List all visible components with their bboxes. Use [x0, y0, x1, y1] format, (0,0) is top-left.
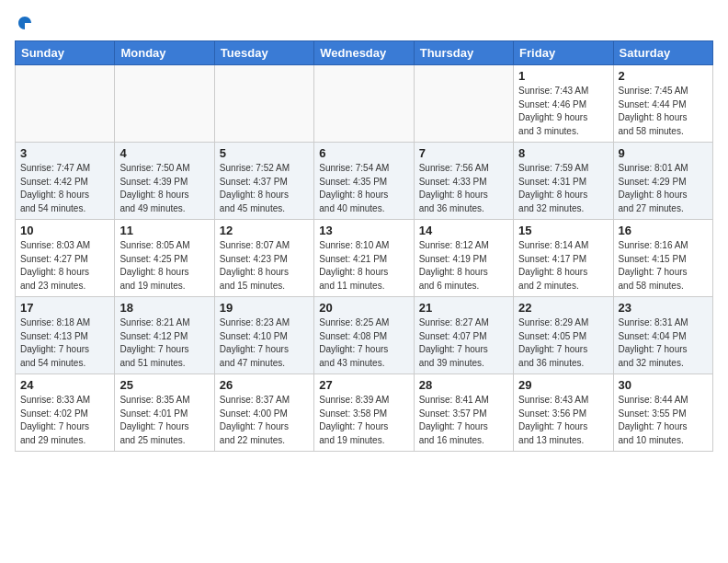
day-number: 15 [518, 224, 608, 237]
day-info: Sunrise: 7:54 AM Sunset: 4:35 PM Dayligh… [319, 162, 408, 215]
day-info: Sunrise: 8:10 AM Sunset: 4:21 PM Dayligh… [319, 239, 408, 293]
day-number: 19 [220, 301, 309, 315]
day-number: 21 [419, 301, 508, 315]
day-info: Sunrise: 7:59 AM Sunset: 4:31 PM Dayligh… [518, 162, 608, 215]
table-row: 2Sunrise: 7:45 AM Sunset: 4:44 PM Daylig… [613, 65, 712, 143]
table-row: 12Sunrise: 8:07 AM Sunset: 4:23 PM Dayli… [214, 220, 313, 297]
table-row: 21Sunrise: 8:27 AM Sunset: 4:07 PM Dayli… [414, 297, 513, 374]
table-row: 15Sunrise: 8:14 AM Sunset: 4:17 PM Dayli… [514, 220, 613, 297]
day-info: Sunrise: 8:35 AM Sunset: 4:01 PM Dayligh… [119, 394, 209, 447]
table-row: 25Sunrise: 8:35 AM Sunset: 4:01 PM Dayli… [115, 374, 214, 452]
col-wednesday: Wednesday [314, 41, 414, 65]
day-number: 6 [319, 146, 408, 160]
table-row: 4Sunrise: 7:50 AM Sunset: 4:39 PM Daylig… [115, 143, 214, 220]
day-info: Sunrise: 7:45 AM Sunset: 4:44 PM Dayligh… [619, 85, 708, 138]
table-row [414, 65, 513, 143]
table-row: 19Sunrise: 8:23 AM Sunset: 4:10 PM Dayli… [214, 297, 313, 374]
col-thursday: Thursday [414, 41, 513, 65]
table-row [214, 65, 313, 143]
day-number: 28 [419, 378, 508, 392]
day-number: 18 [119, 301, 209, 315]
day-number: 17 [20, 301, 109, 315]
day-number: 14 [419, 224, 508, 237]
day-number: 4 [119, 146, 209, 160]
table-row: 20Sunrise: 8:25 AM Sunset: 4:08 PM Dayli… [314, 297, 414, 374]
day-info: Sunrise: 8:39 AM Sunset: 3:58 PM Dayligh… [319, 394, 408, 447]
table-row: 7Sunrise: 7:56 AM Sunset: 4:33 PM Daylig… [414, 143, 513, 220]
day-info: Sunrise: 8:05 AM Sunset: 4:25 PM Dayligh… [119, 239, 209, 293]
day-info: Sunrise: 8:14 AM Sunset: 4:17 PM Dayligh… [518, 239, 608, 293]
day-number: 29 [518, 378, 608, 392]
day-number: 5 [220, 146, 309, 160]
header [15, 15, 713, 31]
table-row: 28Sunrise: 8:41 AM Sunset: 3:57 PM Dayli… [414, 374, 513, 452]
table-row: 14Sunrise: 8:12 AM Sunset: 4:19 PM Dayli… [414, 220, 513, 297]
col-saturday: Saturday [613, 41, 712, 65]
table-row: 11Sunrise: 8:05 AM Sunset: 4:25 PM Dayli… [115, 220, 214, 297]
day-number: 16 [619, 224, 708, 237]
calendar-week-row: 17Sunrise: 8:18 AM Sunset: 4:13 PM Dayli… [16, 297, 713, 374]
table-row: 27Sunrise: 8:39 AM Sunset: 3:58 PM Dayli… [314, 374, 414, 452]
day-info: Sunrise: 7:43 AM Sunset: 4:46 PM Dayligh… [518, 85, 608, 138]
table-row: 18Sunrise: 8:21 AM Sunset: 4:12 PM Dayli… [115, 297, 214, 374]
day-number: 8 [518, 146, 608, 160]
table-row [314, 65, 414, 143]
table-row [16, 65, 115, 143]
day-info: Sunrise: 8:01 AM Sunset: 4:29 PM Dayligh… [619, 162, 708, 215]
day-number: 22 [518, 301, 608, 315]
day-info: Sunrise: 7:50 AM Sunset: 4:39 PM Dayligh… [119, 162, 209, 215]
day-info: Sunrise: 8:18 AM Sunset: 4:13 PM Dayligh… [20, 316, 109, 370]
table-row: 13Sunrise: 8:10 AM Sunset: 4:21 PM Dayli… [314, 220, 414, 297]
day-number: 3 [20, 146, 109, 160]
col-sunday: Sunday [16, 41, 115, 65]
day-info: Sunrise: 7:52 AM Sunset: 4:37 PM Dayligh… [220, 162, 309, 215]
table-row: 17Sunrise: 8:18 AM Sunset: 4:13 PM Dayli… [16, 297, 115, 374]
table-row: 23Sunrise: 8:31 AM Sunset: 4:04 PM Dayli… [613, 297, 712, 374]
day-info: Sunrise: 8:44 AM Sunset: 3:55 PM Dayligh… [619, 394, 708, 447]
table-row: 26Sunrise: 8:37 AM Sunset: 4:00 PM Dayli… [214, 374, 313, 452]
day-number: 24 [20, 378, 109, 392]
col-monday: Monday [115, 41, 214, 65]
day-info: Sunrise: 8:27 AM Sunset: 4:07 PM Dayligh… [419, 316, 508, 370]
day-info: Sunrise: 8:12 AM Sunset: 4:19 PM Dayligh… [419, 239, 508, 293]
day-info: Sunrise: 8:07 AM Sunset: 4:23 PM Dayligh… [220, 239, 309, 293]
col-tuesday: Tuesday [214, 41, 313, 65]
page: Sunday Monday Tuesday Wednesday Thursday… [0, 0, 728, 459]
table-row: 1Sunrise: 7:43 AM Sunset: 4:46 PM Daylig… [514, 65, 613, 143]
day-number: 23 [619, 301, 708, 315]
day-number: 9 [619, 146, 708, 160]
table-row: 30Sunrise: 8:44 AM Sunset: 3:55 PM Dayli… [613, 374, 712, 452]
calendar-week-row: 3Sunrise: 7:47 AM Sunset: 4:42 PM Daylig… [16, 143, 713, 220]
table-row: 22Sunrise: 8:29 AM Sunset: 4:05 PM Dayli… [514, 297, 613, 374]
day-info: Sunrise: 8:43 AM Sunset: 3:56 PM Dayligh… [518, 394, 608, 447]
day-info: Sunrise: 8:16 AM Sunset: 4:15 PM Dayligh… [619, 239, 708, 293]
logo [15, 15, 33, 31]
calendar-week-row: 10Sunrise: 8:03 AM Sunset: 4:27 PM Dayli… [16, 220, 713, 297]
day-info: Sunrise: 8:03 AM Sunset: 4:27 PM Dayligh… [20, 239, 109, 293]
day-number: 11 [119, 224, 209, 237]
table-row: 9Sunrise: 8:01 AM Sunset: 4:29 PM Daylig… [613, 143, 712, 220]
day-number: 10 [20, 224, 109, 237]
table-row: 5Sunrise: 7:52 AM Sunset: 4:37 PM Daylig… [214, 143, 313, 220]
day-info: Sunrise: 8:25 AM Sunset: 4:08 PM Dayligh… [319, 316, 408, 370]
table-row: 24Sunrise: 8:33 AM Sunset: 4:02 PM Dayli… [16, 374, 115, 452]
day-number: 27 [319, 378, 408, 392]
day-number: 25 [119, 378, 209, 392]
table-row: 8Sunrise: 7:59 AM Sunset: 4:31 PM Daylig… [514, 143, 613, 220]
calendar-week-row: 1Sunrise: 7:43 AM Sunset: 4:46 PM Daylig… [16, 65, 713, 143]
day-info: Sunrise: 7:56 AM Sunset: 4:33 PM Dayligh… [419, 162, 508, 215]
table-row: 6Sunrise: 7:54 AM Sunset: 4:35 PM Daylig… [314, 143, 414, 220]
table-row: 3Sunrise: 7:47 AM Sunset: 4:42 PM Daylig… [16, 143, 115, 220]
day-number: 7 [419, 146, 508, 160]
day-number: 26 [220, 378, 309, 392]
table-row [115, 65, 214, 143]
table-row: 29Sunrise: 8:43 AM Sunset: 3:56 PM Dayli… [514, 374, 613, 452]
day-info: Sunrise: 8:33 AM Sunset: 4:02 PM Dayligh… [20, 394, 109, 447]
day-number: 12 [220, 224, 309, 237]
col-friday: Friday [514, 41, 613, 65]
day-info: Sunrise: 8:37 AM Sunset: 4:00 PM Dayligh… [220, 394, 309, 447]
day-info: Sunrise: 8:29 AM Sunset: 4:05 PM Dayligh… [518, 316, 608, 370]
calendar-header-row: Sunday Monday Tuesday Wednesday Thursday… [16, 41, 713, 65]
day-info: Sunrise: 8:21 AM Sunset: 4:12 PM Dayligh… [119, 316, 209, 370]
day-info: Sunrise: 7:47 AM Sunset: 4:42 PM Dayligh… [20, 162, 109, 215]
